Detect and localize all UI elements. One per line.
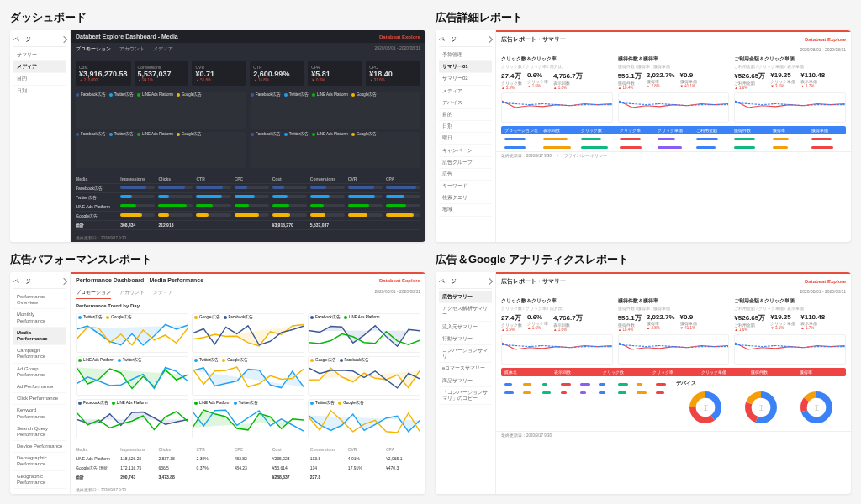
sidenav-item[interactable]: 曜日 bbox=[439, 133, 492, 144]
detail-pane: 広告レポート・サマリー Databeat Explore 2020/08/01 … bbox=[496, 30, 851, 242]
column-header[interactable]: 獲得率 bbox=[769, 126, 808, 134]
column-header[interactable]: プロモーション名 bbox=[501, 126, 540, 134]
sidenav-item[interactable]: 商品サマリー bbox=[439, 375, 492, 387]
sidenav-item[interactable]: Monthly Performance bbox=[13, 309, 66, 327]
tab-promotion[interactable]: プロモーション bbox=[76, 289, 111, 299]
chart-right-1: Facebook広告Twitter広告LINE Ads PlatformGoog… bbox=[251, 92, 420, 129]
pane-title: 広告レポート・サマリー bbox=[501, 35, 566, 44]
sidenav-item[interactable]: 行動サマリー bbox=[439, 333, 492, 345]
chevron-left-icon[interactable] bbox=[61, 278, 67, 285]
metric-row: クリック数＆クリック率クリック数 / クリック率 / 前月比27.4万クリック数… bbox=[496, 52, 851, 126]
sidenav-item[interactable]: サマリー02 bbox=[439, 73, 492, 85]
table-row bbox=[501, 143, 846, 151]
sidenav-item[interactable]: デバイス bbox=[439, 97, 492, 109]
sidenav-item[interactable]: Geographic Performance bbox=[13, 471, 66, 489]
ga-card: ページ 広告サマリーアクセス解析サマリー流入元サマリー行動サマリーコンバージョン… bbox=[436, 272, 851, 494]
sidenav-item[interactable]: 広告サマリー bbox=[439, 291, 492, 303]
metric-box: ご利用金額＆クリック単価ご利用金額 / クリック単価 / 表示単価¥526.65… bbox=[734, 297, 846, 365]
sidenav-item[interactable]: アクセス解析サマリー bbox=[439, 303, 492, 321]
pane-header: Performance Dashboard - Media Performanc… bbox=[71, 274, 425, 286]
sidenav-head: ページ bbox=[13, 35, 66, 47]
chevron-left-icon[interactable] bbox=[61, 36, 67, 43]
sidenav-item[interactable]: コンバージョンサマリ bbox=[439, 345, 492, 363]
sidenav-item[interactable]: Ad Performance bbox=[13, 381, 66, 393]
sidenav-item[interactable]: Keyword Performance bbox=[13, 405, 66, 423]
pane-title: Performance Dashboard - Media Performanc… bbox=[76, 277, 203, 283]
sidenav-item[interactable]: Media Performance bbox=[13, 328, 66, 345]
sidenav-item[interactable]: 検索クエリ bbox=[439, 192, 492, 204]
column-header[interactable]: 獲得単価 bbox=[808, 126, 847, 134]
sidenav-item[interactable]: Campaign Performance bbox=[13, 345, 66, 363]
spark-cell: Facebook広告LINE Ads Platform bbox=[76, 399, 188, 438]
table-row[interactable]: Twitter広告 bbox=[76, 193, 420, 202]
sidenav-item[interactable]: Device Performance bbox=[13, 441, 66, 453]
pane-header: Databeat Explore Dashboard - Media Datab… bbox=[71, 30, 425, 43]
tab-account[interactable]: アカウント bbox=[119, 45, 145, 55]
chevron-left-icon[interactable] bbox=[486, 36, 493, 43]
column-header[interactable]: 獲得件数 bbox=[731, 126, 769, 134]
footer: 最終更新日：2020/9/17 9:30 ・ プライバシー ポリシー bbox=[496, 151, 851, 160]
brand-label: Databeat Explore bbox=[805, 279, 846, 284]
metric-box: クリック数＆クリック率クリック数 / クリック率 / 前月比27.4万クリック数… bbox=[501, 297, 613, 365]
column-header[interactable]: 表示回数 bbox=[540, 126, 578, 134]
sidenav-item[interactable]: 目的 bbox=[13, 73, 66, 85]
sidenav-item[interactable]: 日別 bbox=[439, 121, 492, 133]
perf-table: MediaImpressionsClicksCTRCPCCostConversi… bbox=[71, 442, 425, 486]
sidenav-item[interactable]: メディア bbox=[13, 61, 66, 73]
sidenav-head: ページ bbox=[439, 277, 492, 289]
sidenav-item[interactable]: Demographic Performance bbox=[13, 453, 66, 470]
tile-title: ダッシュボード bbox=[10, 10, 425, 25]
table-row[interactable]: LINE Ads Platform bbox=[76, 202, 420, 212]
sidenav-item[interactable]: メディア bbox=[439, 86, 492, 97]
table-row[interactable]: Google広告 現状172,116.75636.50.37%¥84.23¥53… bbox=[76, 464, 420, 473]
sidenav-item[interactable]: サマリー bbox=[13, 50, 66, 61]
table-row[interactable]: Facebook広告 bbox=[76, 184, 420, 193]
column-header[interactable]: 媒体名 bbox=[501, 368, 551, 376]
column-header[interactable]: 獲得率 bbox=[796, 368, 846, 376]
tab-account[interactable]: アカウント bbox=[119, 289, 145, 299]
sidenav-item[interactable]: サマリー01 bbox=[439, 61, 492, 73]
sidenav-item[interactable]: 地域 bbox=[439, 204, 492, 216]
date-range[interactable]: 2020/08/01 - 2020/08/31 bbox=[375, 45, 421, 55]
sidenav-list: Performance OverviewMonthly PerformanceM… bbox=[13, 291, 66, 489]
sidenav-item[interactable]: Ad Group Performance bbox=[13, 364, 66, 381]
sidenav-item[interactable]: Search Query Performance bbox=[13, 423, 66, 441]
chart-conversions: Facebook広告Twitter広告LINE Ads PlatformGoog… bbox=[76, 92, 246, 129]
column-header[interactable]: クリック数 bbox=[578, 126, 616, 134]
column-header[interactable]: クリック単価 bbox=[698, 368, 747, 376]
sidenav-item[interactable]: Performance Overview bbox=[13, 291, 66, 309]
column-header[interactable]: クリック数 bbox=[600, 368, 649, 376]
column-header[interactable]: クリック単価 bbox=[654, 126, 693, 134]
pane-title: 広告レポート・サマリー bbox=[501, 277, 566, 286]
sidenav-item[interactable]: 「コンバージョンサマリ」のコピー bbox=[439, 387, 492, 405]
table-row[interactable]: LINE Ads Platform118,626.252,837.382.39%… bbox=[76, 454, 420, 464]
column-header[interactable]: 表示回数 bbox=[551, 368, 600, 376]
sidenav-item[interactable]: Click Performance bbox=[13, 393, 66, 405]
kpi-row: Cost¥3,916,270.58▲ 210,000Conversions5,5… bbox=[71, 58, 425, 89]
sidenav-item[interactable]: 日別 bbox=[13, 86, 66, 97]
sidenav-item[interactable]: 目的 bbox=[439, 109, 492, 121]
sidenav-item[interactable]: 広告 bbox=[439, 169, 492, 181]
column-header[interactable]: 獲得件数 bbox=[747, 368, 797, 376]
tab-promotion[interactable]: プロモーション bbox=[76, 45, 111, 55]
date-range[interactable]: 2020/08/01 - 2020/08/31 bbox=[375, 289, 421, 299]
spark-cell: Twitter広告Google広告 bbox=[192, 356, 304, 396]
sidenav-head-label: ページ bbox=[13, 35, 31, 44]
tile-detail: 広告詳細レポート ページ 予算管理サマリー01サマリー02メディアデバイス目的日… bbox=[436, 10, 851, 242]
chevron-left-icon[interactable] bbox=[486, 278, 493, 285]
sidenav-item[interactable]: 流入元サマリー bbox=[439, 322, 492, 333]
tab-media[interactable]: メディア bbox=[153, 289, 173, 299]
column-header[interactable]: ご利用金額 bbox=[693, 126, 732, 134]
column-header[interactable]: クリック率 bbox=[616, 126, 655, 134]
sidenav: ページ 予算管理サマリー01サマリー02メディアデバイス目的日別曜日キャンペーン… bbox=[436, 30, 496, 242]
tab-media[interactable]: メディア bbox=[153, 45, 173, 55]
sidenav-item[interactable]: キャンペーン bbox=[439, 145, 492, 157]
donut-chart: ⌶ bbox=[800, 391, 833, 424]
perf-card: ページ Performance OverviewMonthly Performa… bbox=[10, 272, 425, 494]
sidenav-item[interactable]: キーワード bbox=[439, 181, 492, 192]
table-row[interactable]: Google広告 bbox=[76, 212, 420, 221]
column-header[interactable]: クリック率 bbox=[649, 368, 699, 376]
sidenav-item[interactable]: 広告グループ bbox=[439, 157, 492, 169]
sidenav-item[interactable]: eコマースサマリー bbox=[439, 363, 492, 375]
sidenav-item[interactable]: 予算管理 bbox=[439, 50, 492, 61]
